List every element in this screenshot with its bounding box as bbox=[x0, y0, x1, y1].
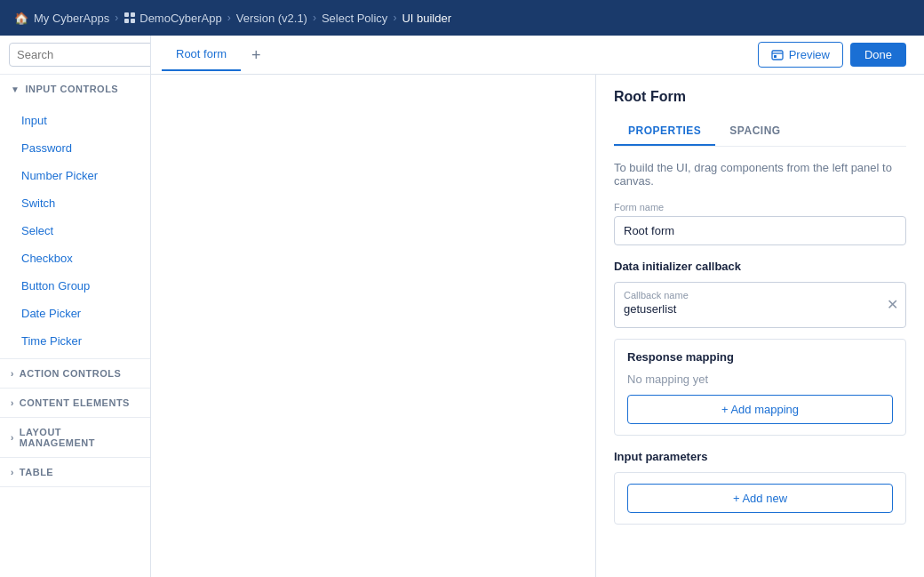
nav-item-democyberapp[interactable]: DemoCyberApp bbox=[123, 12, 222, 25]
sidebar-section-layout-management-header[interactable]: › LAYOUT MANAGEMENT bbox=[0, 418, 150, 457]
sidebar-section-table: › TABLE bbox=[0, 458, 150, 487]
home-icon: 🏠 bbox=[14, 12, 28, 25]
left-sidebar: ▼ INPUT CONTROLS Input Password Number P… bbox=[0, 36, 151, 577]
svg-rect-3 bbox=[131, 19, 135, 23]
sidebar-item-number-picker[interactable]: Number Picker bbox=[0, 162, 150, 189]
search-input[interactable] bbox=[9, 43, 151, 67]
nav-sep-2: › bbox=[227, 12, 231, 24]
callback-name-value: getuserlist bbox=[624, 302, 877, 316]
panel-tabs: PROPERTIES SPACING bbox=[614, 117, 906, 147]
done-button[interactable]: Done bbox=[850, 43, 906, 67]
section-label-content-elements: CONTENT ELEMENTS bbox=[20, 397, 130, 408]
tab-properties[interactable]: PROPERTIES bbox=[614, 117, 715, 146]
section-label-layout-management: LAYOUT MANAGEMENT bbox=[20, 427, 139, 448]
search-box bbox=[0, 36, 150, 75]
input-parameters-label: Input parameters bbox=[614, 450, 906, 463]
sidebar-section-action-controls-header[interactable]: › ACTION CONTROLS bbox=[0, 359, 150, 388]
sidebar-items-input-controls: Input Password Number Picker Switch Sele… bbox=[0, 103, 150, 358]
canvas-area[interactable] bbox=[151, 75, 595, 577]
data-initializer-label: Data initializer callback bbox=[614, 260, 906, 273]
hint-text: To build the UI, drag components from th… bbox=[614, 161, 906, 188]
sidebar-item-checkbox[interactable]: Checkbox bbox=[0, 244, 150, 272]
chevron-right-icon-2: › bbox=[11, 398, 14, 408]
callback-clear-button[interactable]: ✕ bbox=[887, 298, 898, 312]
chevron-right-icon: › bbox=[11, 369, 14, 379]
sidebar-section-table-header[interactable]: › TABLE bbox=[0, 458, 150, 486]
callback-name-label: Callback name bbox=[624, 290, 877, 301]
chevron-right-icon-3: › bbox=[11, 433, 14, 443]
response-mapping-label: Response mapping bbox=[627, 350, 893, 364]
sidebar-section-content-elements: › CONTENT ELEMENTS bbox=[0, 389, 150, 418]
right-panel-title: Root Form bbox=[614, 89, 686, 104]
sidebar-item-select[interactable]: Select bbox=[0, 217, 150, 244]
svg-rect-6 bbox=[772, 51, 783, 60]
add-new-button[interactable]: + Add new bbox=[627, 484, 893, 513]
preview-button[interactable]: Preview bbox=[758, 42, 843, 68]
add-tab-button[interactable]: + bbox=[244, 44, 268, 67]
svg-rect-8 bbox=[774, 55, 777, 58]
svg-rect-0 bbox=[124, 12, 129, 17]
nav-sep-1: › bbox=[115, 12, 118, 24]
sidebar-section-action-controls: › ACTION CONTROLS bbox=[0, 359, 150, 389]
sidebar-section-layout-management: › LAYOUT MANAGEMENT bbox=[0, 418, 150, 458]
sidebar-item-input[interactable]: Input bbox=[0, 107, 150, 134]
callback-field: Callback name getuserlist ✕ bbox=[614, 282, 906, 328]
right-panel: Root Form PROPERTIES SPACING To build th… bbox=[595, 75, 924, 577]
form-name-label: Form name bbox=[614, 202, 906, 212]
sidebar-item-password[interactable]: Password bbox=[0, 134, 150, 162]
preview-icon bbox=[771, 49, 784, 61]
tab-spacing[interactable]: SPACING bbox=[715, 117, 794, 146]
section-label-table: TABLE bbox=[20, 467, 53, 477]
sidebar-item-button-group[interactable]: Button Group bbox=[0, 272, 150, 300]
chevron-right-icon-4: › bbox=[11, 468, 14, 477]
chevron-down-icon: ▼ bbox=[11, 84, 20, 94]
nav-item-version[interactable]: Version (v2.1) bbox=[236, 12, 307, 25]
sidebar-item-time-picker[interactable]: Time Picker bbox=[0, 327, 150, 355]
svg-rect-2 bbox=[124, 19, 129, 23]
add-mapping-button[interactable]: + Add mapping bbox=[627, 395, 893, 424]
nav-item-select-policy[interactable]: Select Policy bbox=[322, 12, 387, 25]
canvas-tab-root-form[interactable]: Root form bbox=[162, 38, 241, 71]
section-label-input-controls: INPUT CONTROLS bbox=[25, 84, 118, 94]
no-mapping-text: No mapping yet bbox=[627, 373, 893, 386]
svg-rect-1 bbox=[131, 12, 135, 17]
sidebar-section-input-controls: ▼ INPUT CONTROLS Input Password Number P… bbox=[0, 75, 150, 359]
right-panel-inner: Root Form PROPERTIES SPACING To build th… bbox=[596, 75, 924, 539]
nav-sep-3: › bbox=[313, 12, 316, 24]
main-layout: ▼ INPUT CONTROLS Input Password Number P… bbox=[0, 36, 924, 577]
response-mapping-section: Response mapping No mapping yet + Add ma… bbox=[614, 339, 906, 436]
sidebar-item-switch[interactable]: Switch bbox=[0, 189, 150, 217]
top-nav: 🏠 My CyberApps › DemoCyberApp › Version … bbox=[0, 0, 924, 36]
form-name-input[interactable] bbox=[614, 216, 906, 245]
sidebar-section-content-elements-header[interactable]: › CONTENT ELEMENTS bbox=[0, 389, 150, 417]
sidebar-item-date-picker[interactable]: Date Picker bbox=[0, 300, 150, 327]
grid-icon bbox=[123, 12, 136, 24]
nav-item-my-cyberapps[interactable]: My CyberApps bbox=[34, 12, 109, 25]
sidebar-section-input-controls-header[interactable]: ▼ INPUT CONTROLS bbox=[0, 75, 150, 103]
nav-item-ui-builder[interactable]: UI builder bbox=[402, 12, 451, 25]
nav-sep-4: › bbox=[393, 12, 396, 24]
form-name-field: Form name bbox=[614, 202, 906, 245]
section-label-action-controls: ACTION CONTROLS bbox=[20, 368, 121, 379]
input-parameters-section: + Add new bbox=[614, 472, 906, 525]
